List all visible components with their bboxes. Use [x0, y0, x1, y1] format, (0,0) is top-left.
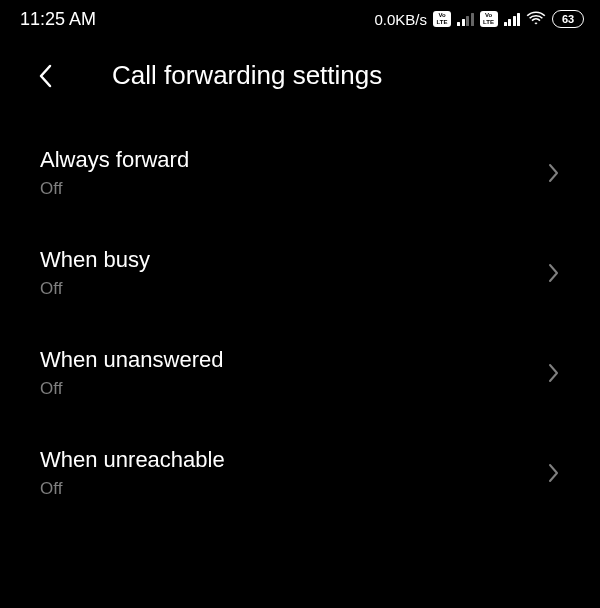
header: Call forwarding settings — [0, 36, 600, 123]
setting-label: When busy — [40, 247, 150, 273]
status-bar: 11:25 AM 0.0KB/s VoLTE VoLTE 63 — [0, 0, 600, 36]
setting-label: Always forward — [40, 147, 189, 173]
wifi-icon — [526, 11, 546, 27]
setting-text: When unanswered Off — [40, 347, 223, 399]
setting-when-unanswered[interactable]: When unanswered Off — [20, 323, 580, 423]
back-icon — [38, 64, 52, 88]
status-time: 11:25 AM — [20, 9, 96, 30]
battery-icon: 63 — [552, 10, 584, 28]
setting-label: When unreachable — [40, 447, 225, 473]
signal-icon-2 — [504, 12, 521, 26]
setting-when-unreachable[interactable]: When unreachable Off — [20, 423, 580, 523]
setting-label: When unanswered — [40, 347, 223, 373]
setting-always-forward[interactable]: Always forward Off — [20, 123, 580, 223]
setting-value: Off — [40, 479, 225, 499]
setting-value: Off — [40, 279, 150, 299]
setting-text: When busy Off — [40, 247, 150, 299]
data-speed: 0.0KB/s — [374, 11, 427, 28]
setting-value: Off — [40, 179, 189, 199]
back-button[interactable] — [30, 61, 60, 91]
signal-icon-1 — [457, 12, 474, 26]
page-title: Call forwarding settings — [112, 60, 382, 91]
setting-text: Always forward Off — [40, 147, 189, 199]
setting-when-busy[interactable]: When busy Off — [20, 223, 580, 323]
chevron-right-icon — [548, 463, 560, 483]
chevron-right-icon — [548, 163, 560, 183]
volte-icon-2: VoLTE — [480, 11, 498, 27]
setting-value: Off — [40, 379, 223, 399]
chevron-right-icon — [548, 263, 560, 283]
setting-text: When unreachable Off — [40, 447, 225, 499]
settings-list: Always forward Off When busy Off When un… — [0, 123, 600, 523]
status-right: 0.0KB/s VoLTE VoLTE 63 — [374, 10, 584, 28]
chevron-right-icon — [548, 363, 560, 383]
volte-icon-1: VoLTE — [433, 11, 451, 27]
